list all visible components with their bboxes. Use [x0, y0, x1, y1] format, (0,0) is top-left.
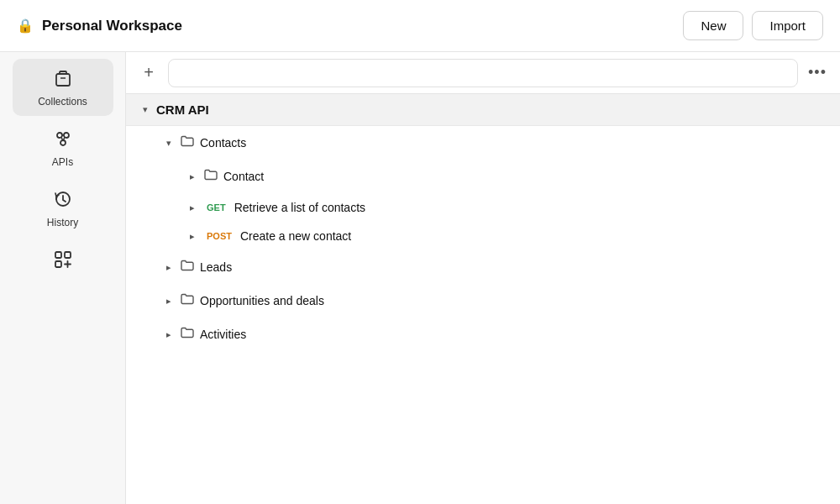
leads-label: Leads [200, 260, 232, 274]
sidebar-item-collections[interactable]: Collections [13, 59, 113, 116]
leads-folder-item[interactable]: ▸ Leads [126, 250, 840, 284]
svg-point-3 [64, 133, 69, 138]
workspace-title: Personal Workspace [42, 18, 182, 34]
more-options-button[interactable]: ••• [805, 60, 830, 86]
activities-folder-icon [180, 325, 195, 344]
leads-folder-icon [180, 258, 195, 276]
svg-rect-10 [65, 252, 71, 258]
sidebar-item-history[interactable]: History [13, 180, 113, 237]
opportunities-folder-icon [180, 291, 195, 310]
history-label: History [47, 217, 78, 228]
apis-icon [52, 128, 74, 153]
sidebar: Collections APIs [0, 52, 126, 504]
lock-icon: 🔒 [17, 18, 34, 34]
svg-point-4 [60, 140, 66, 145]
import-button[interactable]: Import [752, 11, 823, 40]
add-collection-button[interactable]: + [136, 60, 161, 86]
activities-chevron: ▸ [163, 329, 175, 340]
sidebar-item-apis[interactable]: APIs [13, 119, 113, 176]
collection-tree: ▾ CRM API ▾ Contacts ▸ [126, 94, 840, 504]
new-button[interactable]: New [683, 11, 743, 40]
post-contact-chevron: ▸ [186, 231, 198, 242]
collections-icon [52, 67, 74, 92]
content-area: + ••• ▾ CRM API ▾ Contacts [126, 52, 840, 504]
activities-label: Activities [200, 328, 246, 341]
contacts-folder-icon [180, 134, 195, 152]
header-left: 🔒 Personal Workspace [17, 18, 182, 34]
plus-icon: + [144, 63, 154, 82]
post-contact-item[interactable]: ▸ POST Create a new contact [126, 222, 840, 250]
svg-rect-11 [55, 261, 61, 267]
contacts-chevron: ▾ [163, 138, 175, 149]
get-badge: GET [203, 202, 229, 213]
opportunities-chevron: ▸ [163, 296, 175, 307]
crm-api-title: CRM API [156, 102, 209, 117]
opportunities-folder-item[interactable]: ▸ Opportunities and deals [126, 284, 840, 318]
contact-label: Contact [223, 170, 264, 183]
post-badge: POST [203, 230, 235, 242]
contacts-label: Contacts [200, 136, 246, 150]
apis-label: APIs [52, 156, 73, 168]
activities-folder-item[interactable]: ▸ Activities [126, 318, 840, 351]
add-icon [52, 249, 74, 274]
header-actions: New Import [683, 11, 823, 40]
main-layout: Collections APIs [0, 52, 840, 504]
contacts-folder-item[interactable]: ▾ Contacts [126, 126, 840, 160]
crm-api-chevron: ▾ [139, 104, 151, 115]
get-contacts-chevron: ▸ [186, 202, 198, 213]
svg-rect-9 [55, 252, 61, 258]
toolbar: + ••• [126, 52, 840, 94]
contact-folder-icon [203, 167, 218, 186]
search-input[interactable] [168, 59, 798, 87]
contact-folder-item[interactable]: ▸ Contact [126, 160, 840, 193]
svg-rect-0 [56, 74, 70, 86]
ellipsis-icon: ••• [808, 64, 827, 81]
leads-chevron: ▸ [163, 262, 175, 273]
post-contact-label: Create a new contact [240, 229, 351, 243]
sidebar-item-add[interactable] [13, 240, 113, 282]
get-contacts-item[interactable]: ▸ GET Retrieve a list of contacts [126, 193, 840, 222]
collections-label: Collections [38, 96, 87, 108]
svg-point-2 [57, 133, 62, 138]
header: 🔒 Personal Workspace New Import [0, 0, 840, 52]
crm-api-section[interactable]: ▾ CRM API [126, 94, 840, 126]
opportunities-label: Opportunities and deals [200, 294, 324, 307]
contact-chevron: ▸ [186, 171, 198, 182]
history-icon [52, 188, 74, 213]
get-contacts-label: Retrieve a list of contacts [234, 201, 365, 214]
